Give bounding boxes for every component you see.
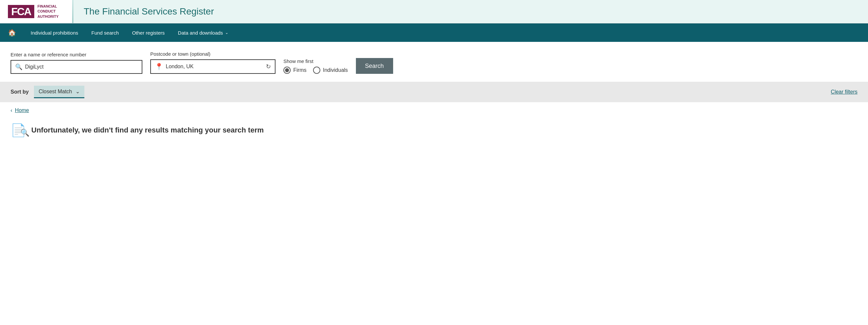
sort-dropdown[interactable]: Closest Match ⌄ [34,86,84,98]
no-results-text: Unfortunately, we didn't find any result… [31,126,264,135]
fca-logo: FCA FINANCIAL CONDUCT AUTHORITY [8,4,59,19]
chevron-down-icon: ⌄ [75,88,80,95]
nav-home-icon[interactable]: 🏠 [8,29,16,37]
postcode-input-wrapper: 📍 ↻ [150,59,276,74]
main-nav: 🏠 Individual prohibitions Fund search Ot… [0,23,868,42]
postcode-label: Postcode or town (optional) [150,51,276,57]
clear-filters-link[interactable]: Clear filters [831,89,858,95]
nav-item-data-downloads[interactable]: Data and downloads ⌄ [172,23,235,42]
header: FCA FINANCIAL CONDUCT AUTHORITY The Fina… [0,0,868,23]
sort-by-group: Sort by Closest Match ⌄ [10,86,84,98]
page-title: The Financial Services Register [84,6,214,17]
radio-firms[interactable]: Firms [283,66,307,74]
breadcrumb-home-link[interactable]: Home [15,108,29,113]
radio-group: Firms Individuals [283,66,348,74]
no-results-message: 📄 🔍 Unfortunately, we didn't find any re… [10,124,858,137]
magnify-icon: 🔍 [21,128,29,137]
sort-option-label: Closest Match [38,89,72,95]
refresh-icon[interactable]: ↻ [266,63,271,70]
results-area: 📄 🔍 Unfortunately, we didn't find any re… [0,119,868,147]
fca-logo-box: FCA [8,5,34,18]
breadcrumb: ‹ Home [0,102,868,119]
name-search-field: Enter a name or reference number 🔍 [10,52,142,74]
radio-individuals[interactable]: Individuals [313,66,348,74]
breadcrumb-back-arrow[interactable]: ‹ [10,108,12,113]
chevron-down-icon: ⌄ [225,30,228,35]
nav-dropdown-data-downloads: Data and downloads ⌄ [178,30,228,36]
header-title-area: The Financial Services Register [73,0,868,23]
radio-circle-firms [283,66,291,74]
name-search-input[interactable] [25,64,138,70]
name-input-wrapper: 🔍 [10,60,142,74]
radio-individuals-label: Individuals [323,67,348,73]
search-area: Enter a name or reference number 🔍 Postc… [0,42,868,82]
location-icon: 📍 [155,63,163,70]
sort-bar: Sort by Closest Match ⌄ Clear filters [0,82,868,102]
show-me-first-label: Show me first [283,58,348,64]
postcode-input[interactable] [166,64,263,69]
radio-firms-label: Firms [293,67,307,73]
radio-circle-individuals [313,66,320,74]
postcode-search-field: Postcode or town (optional) 📍 ↻ [150,51,276,74]
name-search-label: Enter a name or reference number [10,52,142,57]
show-me-first-group: Show me first Firms Individuals [283,58,348,74]
sort-by-label: Sort by [10,89,29,95]
logo-area: FCA FINANCIAL CONDUCT AUTHORITY [0,0,72,23]
nav-item-fund-search[interactable]: Fund search [85,23,125,42]
nav-item-individual-prohibitions[interactable]: Individual prohibitions [24,23,85,42]
search-button[interactable]: Search [356,58,393,74]
no-results-icon: 📄 🔍 [10,124,26,137]
search-icon: 🔍 [15,63,23,70]
fca-logo-text: FINANCIAL CONDUCT AUTHORITY [37,4,59,19]
nav-item-other-registers[interactable]: Other registers [126,23,172,42]
